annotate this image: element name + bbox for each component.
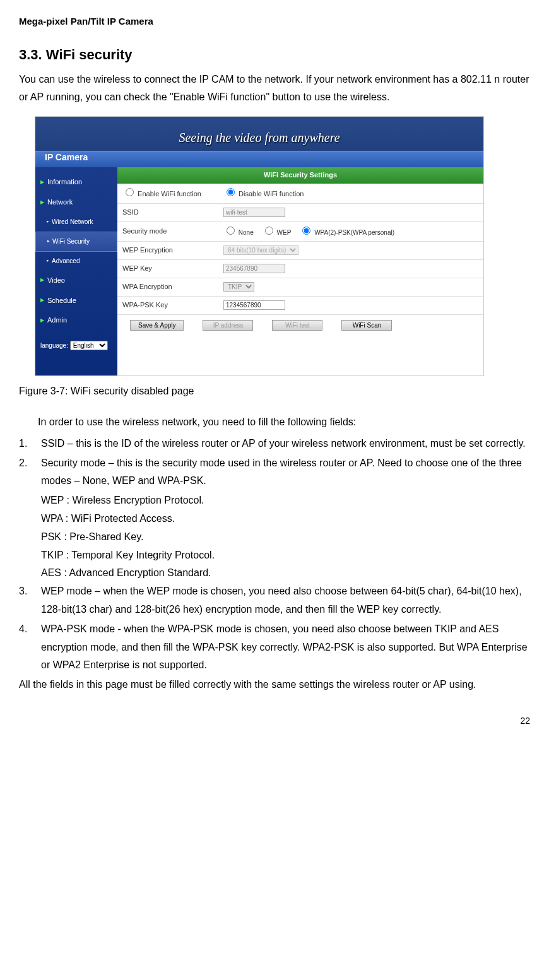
sidebar-label: Network (47, 196, 73, 209)
arrow-icon: ▸ (47, 218, 49, 226)
wep-encryption-row: WEP Encryption 64 bits(10 hex digits) (117, 242, 483, 260)
radio-wep[interactable]: WEP (262, 229, 292, 236)
wep-encryption-label: WEP Encryption (122, 244, 223, 257)
screenshot-figure: Seeing the video from anywhere IP Camera… (35, 116, 484, 376)
ip-address-button[interactable]: IP address (203, 320, 253, 331)
sidebar-label: Admin (47, 314, 67, 327)
page-number: 22 (19, 713, 530, 729)
disable-option[interactable]: Disable WiFi function (223, 186, 478, 201)
arrow-icon: ▶ (40, 316, 44, 325)
sidebar-label: WiFi Security (52, 236, 90, 247)
wpa-encryption-select[interactable]: TKIP (223, 282, 254, 292)
ssid-row: SSID (117, 204, 483, 222)
sidebar-item-advanced[interactable]: ▸Advanced (35, 252, 117, 271)
item-text: SSID – this is the ID of the wireless ro… (41, 435, 530, 453)
content-panel: WiFi Security Settings Enable WiFi funct… (117, 167, 483, 375)
item-number: 4. (19, 620, 41, 675)
sidebar: ▶Information ▶Network ▸Wired Network ▸Wi… (35, 167, 117, 375)
wifi-scan-button[interactable]: WiFi Scan (341, 320, 392, 331)
wep-key-input[interactable] (223, 264, 285, 273)
banner-slogan: Seeing the video from anywhere (179, 126, 339, 149)
list-item-3: 3. WEP mode – when the WEP mode is chose… (19, 582, 530, 619)
sidebar-item-video[interactable]: ▶Video (35, 271, 117, 291)
arrow-icon: ▶ (40, 198, 44, 207)
enable-option[interactable]: Enable WiFi function (122, 186, 223, 201)
sidebar-item-wifi-security[interactable]: ▸WiFi Security (35, 232, 117, 252)
banner-bottom-bar: IP Camera (35, 151, 483, 167)
sidebar-label: Wired Network (52, 216, 93, 228)
wep-key-row: WEP Key (117, 260, 483, 278)
sidebar-label: Video (47, 275, 65, 287)
definition-tkip: TKIP : Temporal Key Integrity Protocol. (41, 546, 530, 565)
list-intro: In order to use the wireless network, yo… (38, 413, 530, 432)
security-mode-row: Security mode None WEP WPA(2)-PSK(WPA pe… (117, 222, 483, 242)
wpa-encryption-row: WPA Encryption TKIP (117, 278, 483, 297)
sidebar-label: Schedule (47, 295, 76, 307)
item-text: WPA-PSK mode - when the WPA-PSK mode is … (41, 620, 530, 675)
main-area: ▶Information ▶Network ▸Wired Network ▸Wi… (35, 167, 483, 375)
wpa-psk-key-input[interactable] (223, 300, 285, 310)
sidebar-item-network[interactable]: ▶Network (35, 192, 117, 213)
closing-paragraph: All the fields in this page must be fill… (19, 676, 530, 694)
language-label: language: (40, 342, 68, 349)
button-row: Save & Apply IP address WiFi test WiFi S… (117, 315, 483, 336)
wep-encryption-select[interactable]: 64 bits(10 hex digits) (223, 245, 298, 255)
ssid-input[interactable] (223, 208, 285, 217)
arrow-icon: ▶ (40, 296, 44, 305)
item-number: 3. (19, 582, 41, 619)
definition-psk: PSK : Pre-Shared Key. (41, 528, 530, 546)
wifi-toggle-row: Enable WiFi function Disable WiFi functi… (117, 184, 483, 204)
list-item-1: 1. SSID – this is the ID of the wireless… (19, 435, 530, 453)
save-apply-button[interactable]: Save & Apply (130, 320, 184, 331)
definition-aes: AES : Advanced Encryption Standard. (41, 564, 530, 582)
sidebar-item-schedule[interactable]: ▶Schedule (35, 291, 117, 311)
enable-radio[interactable] (126, 188, 134, 196)
arrow-icon: ▸ (47, 257, 49, 265)
item-text: Security mode – this is the security mod… (41, 454, 530, 491)
sidebar-item-admin[interactable]: ▶Admin (35, 310, 117, 331)
camera-label: IP Camera (45, 150, 88, 165)
definition-wpa: WPA : WiFi Protected Access. (41, 510, 530, 528)
disable-radio[interactable] (227, 188, 235, 196)
security-mode-label: Security mode (122, 225, 223, 238)
language-row: language: English (35, 331, 117, 354)
arrow-icon: ▶ (40, 276, 44, 285)
banner: Seeing the video from anywhere IP Camera (35, 117, 483, 167)
document-header: Mega-pixel Pan/Tilt IP Camera (19, 13, 530, 30)
wep-key-label: WEP Key (122, 263, 223, 275)
section-title: WiFi security (46, 47, 133, 62)
wpa-psk-key-row: WPA-PSK Key (117, 297, 483, 315)
definition-wep: WEP : Wireless Encryption Protocol. (41, 492, 530, 510)
arrow-icon: ▶ (40, 178, 44, 187)
list-item-4: 4. WPA-PSK mode - when the WPA-PSK mode … (19, 620, 530, 675)
arrow-icon: ▸ (47, 237, 50, 245)
sidebar-label: Information (47, 176, 82, 189)
intro-paragraph: You can use the wireless to connect the … (19, 71, 530, 107)
item-number: 2. (19, 454, 41, 491)
sidebar-item-information[interactable]: ▶Information (35, 172, 117, 192)
radio-none[interactable]: None (223, 229, 254, 236)
ssid-label: SSID (122, 206, 223, 219)
list-item-2: 2. Security mode – this is the security … (19, 454, 530, 491)
language-select[interactable]: English (70, 341, 108, 350)
section-heading: 3.3. WiFi security (19, 42, 530, 68)
wifi-test-button[interactable]: WiFi test (272, 320, 322, 331)
content-header: WiFi Security Settings (117, 167, 483, 184)
wpa-encryption-label: WPA Encryption (122, 281, 223, 293)
section-number: 3.3. (19, 47, 42, 62)
item-text: WEP mode – when the WEP mode is chosen, … (41, 582, 530, 619)
item-number: 1. (19, 435, 41, 453)
sidebar-label: Advanced (52, 256, 80, 267)
sidebar-item-wired[interactable]: ▸Wired Network (35, 213, 117, 232)
radio-wpa[interactable]: WPA(2)-PSK(WPA personal) (299, 229, 394, 236)
wpa-psk-key-label: WPA-PSK Key (122, 299, 223, 312)
figure-caption: Figure 3-7: WiFi security disabled page (19, 382, 530, 401)
security-mode-options: None WEP WPA(2)-PSK(WPA personal) (223, 225, 478, 239)
